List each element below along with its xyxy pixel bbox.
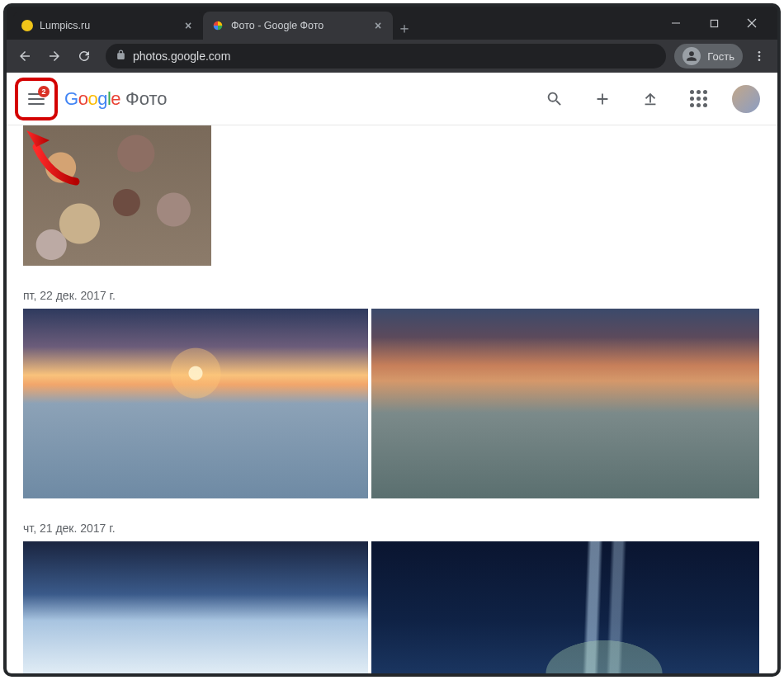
close-window-button[interactable]: [733, 10, 771, 36]
favicon-lumpics: [21, 20, 33, 31]
svg-point-5: [758, 55, 761, 58]
apps-grid-icon: [690, 90, 707, 107]
favicon-google-photos: [211, 19, 224, 32]
svg-point-4: [758, 51, 761, 54]
photo-thumbnail[interactable]: [23, 541, 368, 673]
search-icon: [545, 90, 564, 108]
url-text: photos.google.com: [133, 50, 230, 63]
avatar-icon: [732, 85, 760, 113]
address-bar: photos.google.com Гость: [7, 40, 777, 73]
app-header: 2 Google Фото: [7, 73, 777, 125]
tab-google-photos[interactable]: Фото - Google Фото ×: [203, 12, 393, 40]
tab-title: Фото - Google Фото: [231, 20, 365, 31]
titlebar: Lumpics.ru × Фото - Google Фото × ＋: [7, 7, 777, 40]
date-heading: пт, 22 дек. 2017 г.: [23, 279, 761, 309]
browser-menu-button[interactable]: [746, 43, 772, 69]
browser-window: Lumpics.ru × Фото - Google Фото × ＋: [3, 3, 781, 677]
back-button[interactable]: [12, 43, 38, 69]
page-content: 2 Google Фото: [7, 73, 777, 673]
window-controls: [657, 7, 771, 40]
close-tab-icon[interactable]: ×: [371, 19, 385, 32]
photo-thumbnail[interactable]: [23, 125, 211, 266]
search-button[interactable]: [536, 81, 573, 117]
upload-button[interactable]: [632, 81, 668, 117]
new-tab-button[interactable]: ＋: [393, 17, 416, 40]
photo-thumbnail[interactable]: [23, 309, 368, 498]
app-logo[interactable]: Google Фото: [64, 88, 168, 110]
account-avatar[interactable]: [728, 81, 764, 117]
product-name: Фото: [125, 88, 168, 110]
upload-icon: [641, 90, 659, 108]
google-apps-button[interactable]: [680, 81, 716, 117]
svg-rect-1: [711, 20, 717, 26]
maximize-button[interactable]: [695, 10, 733, 36]
photo-section: чт, 21 дек. 2017 г.: [7, 512, 777, 673]
create-button[interactable]: [584, 81, 621, 117]
photo-section: пт, 22 дек. 2017 г.: [7, 279, 777, 512]
google-wordmark: Google: [64, 88, 120, 110]
close-tab-icon[interactable]: ×: [182, 19, 195, 32]
tab-lumpics[interactable]: Lumpics.ru ×: [13, 12, 203, 40]
plus-icon: [593, 90, 612, 108]
url-box[interactable]: photos.google.com: [106, 44, 666, 68]
lock-icon: [116, 50, 126, 63]
notification-badge: 2: [38, 86, 50, 97]
reload-button[interactable]: [71, 43, 97, 69]
photo-thumbnail[interactable]: [371, 541, 759, 673]
main-menu-button[interactable]: 2: [20, 83, 53, 116]
tab-strip: Lumpics.ru × Фото - Google Фото × ＋: [13, 7, 657, 40]
profile-button[interactable]: Гость: [674, 44, 743, 68]
tab-title: Lumpics.ru: [40, 20, 175, 31]
forward-button[interactable]: [41, 43, 68, 69]
photo-section: [7, 125, 777, 279]
guest-avatar-icon: [682, 47, 701, 65]
photo-stream[interactable]: пт, 22 дек. 2017 г. чт, 21 дек. 2017 г.: [7, 125, 777, 673]
photo-thumbnail[interactable]: [371, 309, 759, 498]
date-heading: чт, 21 дек. 2017 г.: [23, 512, 761, 541]
svg-point-6: [758, 59, 761, 61]
minimize-button[interactable]: [657, 10, 695, 36]
guest-label: Гость: [707, 50, 734, 63]
